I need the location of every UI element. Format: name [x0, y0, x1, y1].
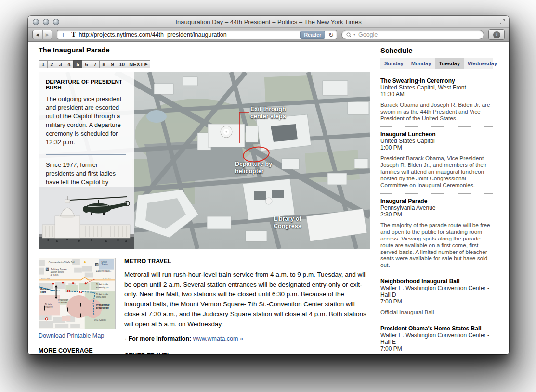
minimize-button[interactable]: [43, 19, 49, 25]
map-label-exit-line2: center steps: [250, 113, 286, 120]
map-label-departure: Departure by helicopter: [235, 161, 272, 175]
page-button-8[interactable]: 8: [99, 60, 108, 68]
map-label-departure-line1: Departure by: [235, 161, 272, 168]
window-title: Inauguration Day – 44th President – Poli…: [28, 18, 509, 25]
event-title: President Obama's Home States Ball: [380, 325, 493, 332]
page-button-9[interactable]: 9: [108, 60, 117, 68]
page-button-3[interactable]: 3: [56, 60, 65, 68]
minimap-label-dst-left: D ST. NW: [41, 277, 51, 279]
map-label-departure-line2: helicopter: [235, 168, 272, 175]
zoom-button[interactable]: [53, 19, 59, 25]
map-label-library-line1: Library of: [274, 215, 301, 223]
page-button-10[interactable]: 10: [117, 60, 127, 68]
minimap-label-pedestrian-1: Pedestrian: [58, 299, 69, 301]
event-venue: United States Capitol, West Front: [380, 84, 493, 91]
browser-toolbar: ◀ ▶ + T http://projects.nytimes.com/44th…: [28, 28, 509, 42]
minimap-label-commander-ball: Commander-in-Chief's Ball: [49, 261, 75, 264]
caption-heading: DEPARTURE OF PRESIDENT BUSH: [46, 79, 127, 90]
event-time: 11:30 AM: [380, 91, 493, 98]
more-coverage-heading: MORE COVERAGE: [39, 347, 118, 354]
minimap-label-dst-right: D ST. N...: [103, 277, 111, 279]
browser-window: Inauguration Day – 44th President – Poli…: [28, 16, 509, 354]
minimap-label-screening-1: Ticket holder: [96, 283, 108, 286]
tab-wednesday[interactable]: Wednesday: [464, 58, 501, 69]
desktop: Inauguration Day – 44th President – Poli…: [0, 0, 536, 392]
map-label-library: Library of Congress: [274, 215, 301, 230]
schedule-title: Schedule: [380, 46, 493, 54]
event-list: The Swearing-In Ceremony United States C…: [380, 74, 493, 354]
page-button-4[interactable]: 4: [65, 60, 74, 68]
url-text[interactable]: http://projects.nytimes.com/44th_preside…: [79, 31, 301, 38]
download-icon: ↓: [493, 31, 500, 38]
event-home-states-ball: President Obama's Home States Ball Walte…: [380, 321, 493, 354]
event-time: 7:00 PM: [380, 345, 493, 352]
tab-tuesday-active[interactable]: Tuesday: [435, 58, 464, 69]
travel-column: METRO TRAVEL Metrorail will run rush-hou…: [124, 258, 370, 354]
minimap-metro-icon: M: [96, 264, 98, 266]
event-description: Official Inaugural Ball: [380, 309, 493, 316]
new-tab-icon[interactable]: +: [60, 31, 68, 39]
left-rail: M M Commander-in-Chief's Ball Union Stat…: [39, 258, 118, 354]
back-icon: ◀: [36, 32, 39, 37]
event-title: Inaugural Parade: [380, 198, 493, 204]
minimap-label-procession-2: procession: [95, 307, 108, 309]
window-controls: [33, 19, 59, 25]
event-venue: United States Capitol: [380, 138, 493, 144]
page-button-1[interactable]: 1: [39, 60, 48, 68]
search-field[interactable]: ▼ Google: [341, 30, 484, 39]
event-venue: Pennsylvania Avenue: [380, 204, 493, 211]
event-title: Inaugural Luncheon: [380, 131, 493, 138]
field-divider: [68, 32, 68, 38]
event-swearing-in: The Swearing-In Ceremony United States C…: [380, 74, 493, 127]
caption-panel: DEPARTURE OF PRESIDENT BUSH The outgoing…: [39, 72, 134, 249]
metro-travel-body: Metrorail will run rush-hour-level train…: [124, 270, 370, 329]
fullscreen-icon[interactable]: [499, 19, 505, 25]
page-button-7[interactable]: 7: [91, 60, 100, 68]
capitol-helicopter-photo: [39, 187, 134, 249]
page-content: The Inaugural Parade 1 2 3 4 5 6 7 8 9 1…: [28, 42, 509, 354]
event-time: 2:30 PM: [380, 211, 493, 218]
close-button[interactable]: [33, 19, 39, 25]
event-description: President Barack Obama, Vice President J…: [380, 155, 493, 189]
page-button-5-active[interactable]: 5: [73, 60, 82, 68]
nyt-favicon: T: [71, 31, 76, 38]
forward-icon: ▶: [46, 32, 49, 37]
minimap-label-screening-2: screening po...: [96, 286, 110, 289]
next-button[interactable]: NEXT ▶: [127, 60, 150, 68]
refresh-icon[interactable]: ↻: [328, 31, 334, 38]
event-time: 1:00 PM: [380, 144, 493, 151]
day-tabs: Sunday Monday Tuesday Wednesday: [380, 58, 493, 69]
other-travel-heading: OTHER TRAVEL: [124, 352, 370, 354]
titlebar[interactable]: Inauguration Day – 44th President – Poli…: [28, 16, 509, 28]
minimap-label-union-2: Station: [101, 263, 108, 266]
search-placeholder: Google: [358, 31, 378, 38]
reader-button[interactable]: Reader: [300, 31, 325, 39]
minimap-label-judiciary-1: Judiciary Square: [50, 268, 67, 271]
page-button-6[interactable]: 6: [82, 60, 91, 68]
downloads-button[interactable]: ↓: [488, 29, 505, 40]
page-button-2[interactable]: 2: [47, 60, 56, 68]
event-venue: Walter E. Washington Convention Center -…: [380, 332, 493, 345]
wmata-link[interactable]: www.wmata.com »: [193, 335, 243, 342]
minimap-label-pedestrian-2: crossover: [58, 301, 68, 303]
event-luncheon: Inaugural Luncheon United States Capitol…: [380, 127, 493, 194]
address-bar[interactable]: + T http://projects.nytimes.com/44th_pre…: [57, 30, 337, 39]
parade-route-thumbnail-map[interactable]: M M Commander-in-Chief's Ball Union Stat…: [39, 258, 116, 329]
forward-button[interactable]: ▶: [43, 30, 52, 39]
back-button[interactable]: ◀: [33, 30, 43, 39]
event-title: Neighborhood Inaugural Ball: [380, 278, 493, 285]
event-parade: Inaugural Parade Pennsylvania Avenue 2:3…: [380, 194, 493, 274]
info-label: For more information:: [129, 335, 192, 342]
tab-sunday[interactable]: Sunday: [380, 58, 407, 69]
nav-buttons: ◀ ▶: [32, 30, 52, 39]
event-description: Barack Obama and Joseph R. Biden Jr. are…: [380, 102, 493, 122]
aerial-map[interactable]: Exit through center steps Departure by h…: [39, 72, 370, 249]
page-title: The Inaugural Parade: [39, 46, 109, 54]
map-label-exit-line1: Exit through: [250, 106, 286, 113]
download-printable-map-link[interactable]: Download Printable Map: [39, 332, 118, 339]
tab-monday[interactable]: Monday: [407, 58, 435, 69]
minimap-label-capitol: U.S. Capitol: [94, 319, 106, 321]
event-time: 7:00 PM: [380, 298, 493, 305]
search-caret-icon: ▼: [353, 33, 356, 36]
map-label-library-line2: Congress: [274, 223, 301, 230]
